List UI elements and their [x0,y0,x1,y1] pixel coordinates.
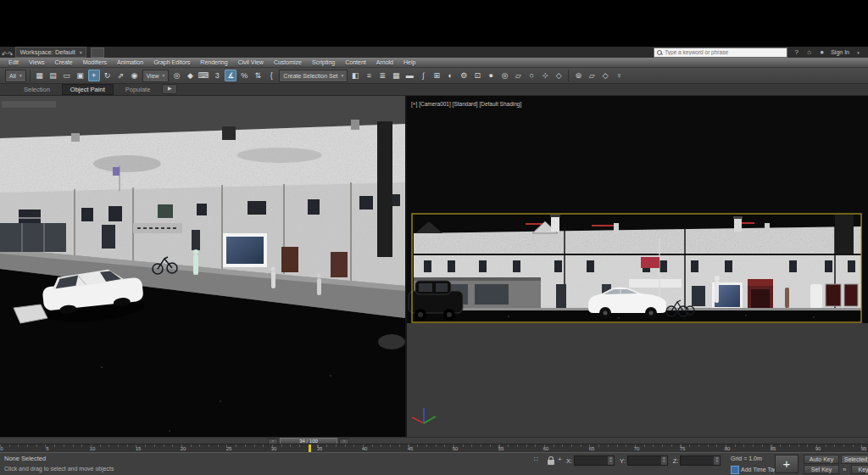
toggle-layer-explorer-icon[interactable]: ▦ [390,70,402,81]
edit-named-selection-sets-icon[interactable]: { [265,70,277,81]
use-pivot-point-center-icon[interactable]: ◎ [170,70,182,81]
isolate-selection-icon[interactable]: ∷ [534,455,538,463]
right-viewport[interactable]: [+] [Camera001] [Standard] [Default Shad… [407,96,868,437]
selection-lock-icon[interactable] [548,460,554,465]
named-selection-set-dropdown[interactable]: Create Selection Set ▾ [279,70,348,82]
civil-view-tools-icon[interactable]: ◇ [553,70,565,81]
key-filters-button[interactable]: Key Filters... [851,465,868,474]
schematic-view-icon[interactable]: ⊞ [431,70,442,81]
ribbon-tab[interactable]: Object Paint [62,84,114,95]
menu-item[interactable]: Civil View [233,59,269,65]
ribbon-media-icon[interactable]: ▶ [162,84,177,94]
asset-library-icon[interactable]: ◇ [599,70,611,81]
user-avatar-icon[interactable]: ● [817,48,826,57]
sign-in-button[interactable]: Sign In [831,49,849,55]
angle-snap-toggle-icon[interactable]: ∡ [225,70,236,81]
frame-tick-label: 30 [271,446,277,451]
open-in-viewer-icon[interactable]: ▱ [586,70,598,81]
material-editor-icon[interactable]: ◐ [444,70,456,81]
coordinate-field[interactable]: ▲▼ [574,455,615,466]
workspace-dropdown[interactable]: Workspace: Default ▾ [15,47,86,58]
select-object-icon[interactable]: ▦ [34,70,46,81]
search-input[interactable] [665,49,784,55]
selected-filter-dropdown[interactable]: Selected [841,455,868,464]
select-and-rotate-icon[interactable]: ↻ [102,70,114,81]
menu-item[interactable]: Animation [112,59,148,65]
mirror-icon[interactable]: ◧ [349,70,361,81]
coordinate-field[interactable]: ▲▼ [680,455,721,466]
spinner-icon[interactable]: ▲▼ [714,456,720,465]
render-in-cloud-icon[interactable]: ⊚ [572,70,584,81]
auto-key-button[interactable]: Auto Key [804,455,839,464]
current-frame-marker[interactable] [309,444,311,452]
menu-item[interactable]: Customize [269,59,307,65]
menu-item[interactable]: Edit [3,59,24,65]
spinner-snap-toggle-icon[interactable]: ⇅ [252,70,264,81]
frame-tick-label: 15 [136,446,142,451]
grid-toggle-icon[interactable]: ⊹ [539,70,551,81]
time-slider[interactable]: < 34 / 100 > [0,437,868,444]
window-crossing-toggle-icon[interactable]: ▣ [75,70,86,81]
set-key-button[interactable]: Set Key [804,465,839,474]
render-production-icon[interactable]: ● [485,70,497,81]
frame-tick-label: 90 [815,446,821,451]
key-mode-icon[interactable]: » [843,466,846,473]
workspace-tab[interactable] [91,48,104,58]
menu-item[interactable]: Modifiers [78,59,112,65]
ribbon-tab[interactable]: Populate [117,84,159,95]
grid-size-label: Grid = 1.0m [731,455,762,461]
arnold-render-icon[interactable]: ○ [526,70,537,81]
menu-item[interactable]: Scripting [307,59,340,65]
menu-item[interactable]: Create [50,59,78,65]
chevron-down-icon[interactable]: ▾ [854,48,863,57]
select-by-name-icon[interactable]: ▤ [47,70,59,81]
menu-item[interactable]: Graph Editors [148,59,195,65]
align-icon[interactable]: ≡ [363,70,375,81]
menu-item[interactable]: Content [340,59,371,65]
frame-tick-label: 60 [543,446,549,451]
search-icon [657,50,662,55]
select-and-scale-icon[interactable]: ⇗ [115,70,127,81]
curve-editor-icon[interactable]: ∫ [417,70,429,81]
reference-coordinate-dropdown[interactable]: View ▾ [142,70,170,82]
toggle-ribbon-icon[interactable]: ▬ [403,70,415,81]
menu-item[interactable]: Views [24,59,50,65]
left-viewport[interactable] [0,96,405,437]
toolbar-separator [568,70,569,81]
ribbon-tab[interactable]: Selection [15,84,58,95]
render-iterative-icon[interactable]: ◎ [498,70,510,81]
time-tag-icon[interactable] [731,466,739,474]
set-keys-button[interactable]: + [775,455,798,473]
rendered-frame-window-icon[interactable]: ⊡ [471,70,483,81]
home-icon[interactable]: ⌂ [804,48,814,57]
keyboard-shortcut-override-icon[interactable]: ⌨ [198,70,209,81]
track-bar[interactable]: 05101520253035404550556065707580859095 [0,444,868,452]
left-viewport-scene [0,96,405,437]
ribbon-tab-bar: SelectionObject PaintPopulate ▶ [0,84,868,96]
select-and-move-icon[interactable]: + [88,70,100,81]
spinner-icon[interactable]: ▲▼ [608,456,614,465]
transform-type-in-icon[interactable]: + [558,455,562,463]
flag [113,167,120,176]
rectangular-selection-region-icon[interactable]: ▭ [61,70,73,81]
menu-item[interactable]: Rendering [195,59,232,65]
coordinate-field[interactable]: ▲▼ [627,455,668,466]
3ds-max-window: ↶↷ Workspace: Default ▾ ?⌂● Sign In ▾ Ed… [0,0,868,475]
selection-filter-dropdown[interactable]: All ▾ [5,70,26,82]
spinner-icon[interactable]: ▲▼ [661,456,667,465]
help-icon[interactable]: ? [792,48,801,57]
viewport-label[interactable]: [+] [Camera001] [Standard] [Default Shad… [411,101,521,107]
render-setup-icon[interactable]: ⚙ [458,70,470,81]
select-and-manipulate-icon[interactable]: ◆ [184,70,196,81]
menu-item[interactable]: Arnold [371,59,398,65]
populate-person-icon[interactable]: ♀ [613,70,625,81]
add-time-tag-button[interactable]: Add Time Tag [741,467,777,472]
snaps-toggle-icon[interactable]: 3 [211,70,223,81]
percent-snap-toggle-icon[interactable]: % [238,70,250,81]
toggle-scene-explorer-icon[interactable]: ≣ [376,70,388,81]
chevron-down-icon: ▾ [80,49,82,55]
menu-item[interactable]: Help [398,59,420,65]
state-sets-icon[interactable]: ▱ [512,70,524,81]
select-and-place-icon[interactable]: ◉ [129,70,141,81]
frame-tick-label: 80 [725,446,731,451]
